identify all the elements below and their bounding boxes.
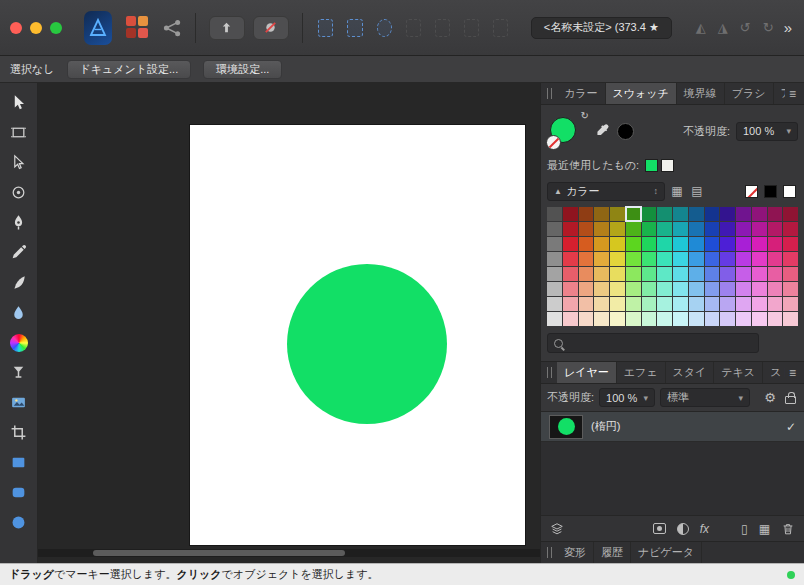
palette-swatch[interactable] [594, 222, 609, 236]
tab-境界線[interactable]: 境界線 [677, 83, 725, 104]
palette-swatch[interactable] [768, 207, 783, 221]
palette-swatch[interactable] [720, 252, 735, 266]
palette-swatch[interactable] [547, 282, 562, 296]
tab-ストッ[interactable]: ストッ [763, 362, 785, 383]
palette-swatch[interactable] [642, 297, 657, 311]
palette-swatch[interactable] [689, 312, 704, 326]
snap-bounds-icon[interactable] [347, 19, 362, 37]
palette-swatch[interactable] [768, 267, 783, 281]
palette-swatch[interactable] [610, 297, 625, 311]
palette-swatch[interactable] [752, 267, 767, 281]
recent-swatch[interactable] [661, 159, 674, 172]
palette-swatch[interactable] [752, 282, 767, 296]
new-pixel-layer-icon[interactable]: ▦ [759, 522, 770, 536]
palette-swatch[interactable] [563, 237, 578, 251]
tab-レイヤー[interactable]: レイヤー [557, 362, 617, 383]
minimize-window-button[interactable] [30, 22, 42, 34]
palette-swatch[interactable] [720, 267, 735, 281]
transparency-tool[interactable] [5, 359, 33, 386]
palette-swatch[interactable] [610, 252, 625, 266]
palette-swatch[interactable] [547, 222, 562, 236]
snap-shapes-icon[interactable] [377, 19, 392, 37]
palette-swatch[interactable] [657, 312, 672, 326]
palette-swatch[interactable] [642, 252, 657, 266]
panel-drag-handle[interactable] [547, 88, 552, 99]
layers-stack-icon[interactable] [550, 522, 564, 536]
panel-drag-handle[interactable] [547, 367, 552, 378]
palette-swatch[interactable] [563, 267, 578, 281]
tab-テキス[interactable]: テキス [714, 362, 763, 383]
palette-swatch[interactable] [752, 207, 767, 221]
palette-swatch[interactable] [563, 252, 578, 266]
palette-swatch[interactable] [657, 267, 672, 281]
swap-colors-icon[interactable]: ↻ [581, 110, 589, 121]
palette-swatch[interactable] [563, 222, 578, 236]
snapping-toggle-button[interactable] [253, 16, 289, 40]
palette-swatch[interactable] [594, 282, 609, 296]
palette-swatch[interactable] [689, 297, 704, 311]
order-icon[interactable] [464, 19, 479, 37]
panel-menu-icon[interactable]: ≡ [785, 366, 800, 380]
preferences-button[interactable]: 環境設定... [203, 60, 282, 79]
recent-swatch[interactable] [645, 159, 658, 172]
rounded-rectangle-tool[interactable] [5, 479, 33, 506]
palette-swatch[interactable] [768, 252, 783, 266]
palette-swatch[interactable] [752, 252, 767, 266]
swatch-grid-view-icon[interactable]: ▦ [669, 184, 685, 199]
palette-swatch[interactable] [673, 237, 688, 251]
palette-swatch[interactable] [579, 207, 594, 221]
tab-アピア[interactable]: アピア [774, 83, 785, 104]
align-icon[interactable] [435, 19, 450, 37]
palette-swatch[interactable] [752, 237, 767, 251]
eyedropper-icon[interactable] [595, 123, 610, 140]
transform-objects-icon[interactable] [406, 19, 421, 37]
palette-swatch[interactable] [579, 282, 594, 296]
tab-スウォッチ[interactable]: スウォッチ [606, 83, 677, 104]
palette-swatch[interactable] [594, 312, 609, 326]
palette-swatch[interactable] [689, 267, 704, 281]
palette-swatch[interactable] [720, 297, 735, 311]
close-window-button[interactable] [10, 22, 22, 34]
palette-swatch[interactable] [783, 282, 798, 296]
black-swatch[interactable] [764, 185, 777, 198]
blend-options-gear-icon[interactable]: ⚙ [764, 390, 776, 405]
swatch-list-view-icon[interactable]: ▤ [689, 184, 705, 199]
tab-履歴[interactable]: 履歴 [594, 542, 631, 563]
tab-カラー[interactable]: カラー [557, 83, 606, 104]
palette-swatch[interactable] [720, 237, 735, 251]
palette-swatch[interactable] [768, 282, 783, 296]
ellipse-shape[interactable] [287, 264, 447, 424]
palette-swatch[interactable] [547, 312, 562, 326]
palette-swatch[interactable] [673, 297, 688, 311]
palette-swatch[interactable] [783, 237, 798, 251]
palette-swatch[interactable] [689, 252, 704, 266]
tab-変形[interactable]: 変形 [557, 542, 594, 563]
flip-horizontal-icon[interactable]: ◭ [696, 20, 706, 35]
palette-swatch[interactable] [705, 237, 720, 251]
layer-opacity-dropdown[interactable]: 100 %▾ [599, 388, 655, 407]
export-persona-icon[interactable] [162, 18, 182, 38]
palette-swatch[interactable] [657, 207, 672, 221]
palette-swatch[interactable] [736, 222, 751, 236]
white-swatch[interactable] [783, 185, 796, 198]
palette-swatch[interactable] [626, 297, 641, 311]
palette-swatch[interactable] [626, 222, 641, 236]
stroke-color-well[interactable] [546, 135, 561, 150]
palette-swatch[interactable] [642, 207, 657, 221]
tab-エフェ[interactable]: エフェ [617, 362, 666, 383]
tab-ブラシ[interactable]: ブラシ [725, 83, 774, 104]
palette-swatch[interactable] [547, 252, 562, 266]
palette-swatch[interactable] [736, 207, 751, 221]
document-title-dropdown[interactable]: <名称未設定> (373.4 ★ [531, 17, 672, 39]
palette-swatch[interactable] [563, 282, 578, 296]
palette-swatch[interactable] [547, 267, 562, 281]
palette-swatch[interactable] [705, 207, 720, 221]
palette-swatch[interactable] [752, 297, 767, 311]
delete-layer-trash-icon[interactable] [781, 522, 795, 536]
swatch-search-input[interactable] [547, 333, 759, 353]
opacity-dropdown[interactable]: 100 %▾ [736, 122, 798, 141]
palette-swatch[interactable] [642, 237, 657, 251]
palette-select[interactable]: ▲ カラー ↕ [547, 182, 665, 201]
palette-swatch[interactable] [768, 237, 783, 251]
palette-swatch[interactable] [642, 282, 657, 296]
